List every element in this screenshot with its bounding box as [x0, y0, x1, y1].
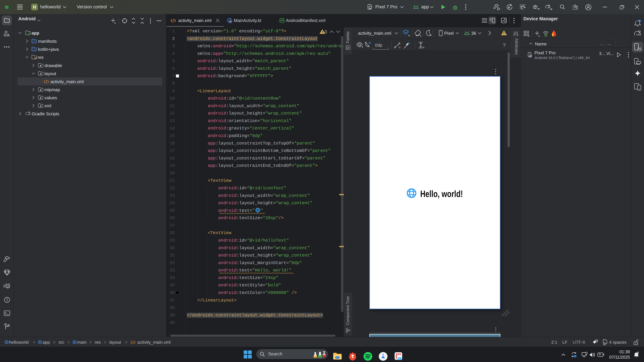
svg-text:A: A — [508, 6, 510, 9]
